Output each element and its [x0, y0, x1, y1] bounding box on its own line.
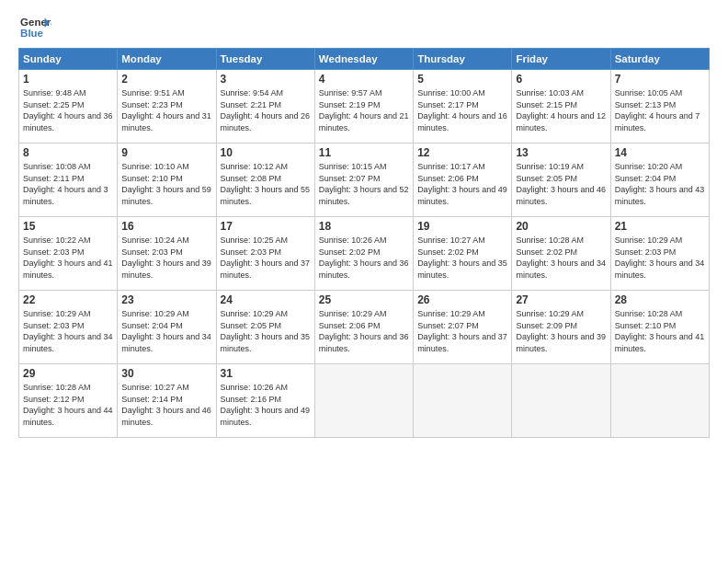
day-number: 2: [121, 73, 211, 86]
calendar-cell: [512, 364, 610, 438]
calendar-cell: 26Sunrise: 10:29 AMSunset: 2:07 PMDaylig…: [414, 291, 512, 364]
day-info: Sunrise: 9:48 AMSunset: 2:25 PMDaylight:…: [23, 87, 113, 133]
calendar-cell: 10Sunrise: 10:12 AMSunset: 2:08 PMDaylig…: [216, 144, 314, 217]
calendar-day-header: Sunday: [19, 49, 118, 70]
day-number: 8: [23, 146, 113, 159]
calendar-cell: [314, 364, 413, 438]
calendar-cell: 22Sunrise: 10:29 AMSunset: 2:03 PMDaylig…: [19, 291, 118, 364]
calendar-week-row: 1Sunrise: 9:48 AMSunset: 2:25 PMDaylight…: [19, 70, 710, 144]
calendar-day-header: Wednesday: [314, 49, 413, 70]
day-info: Sunrise: 10:29 AMSunset: 2:06 PMDaylight…: [319, 308, 409, 354]
day-info: Sunrise: 9:57 AMSunset: 2:19 PMDaylight:…: [319, 87, 409, 133]
calendar-header-row: SundayMondayTuesdayWednesdayThursdayFrid…: [19, 49, 710, 70]
svg-text:Blue: Blue: [20, 28, 43, 39]
calendar-cell: 24Sunrise: 10:29 AMSunset: 2:05 PMDaylig…: [216, 291, 314, 364]
day-info: Sunrise: 10:29 AMSunset: 2:03 PMDaylight…: [615, 235, 705, 281]
calendar-cell: 23Sunrise: 10:29 AMSunset: 2:04 PMDaylig…: [118, 291, 216, 364]
calendar-cell: 29Sunrise: 10:28 AMSunset: 2:12 PMDaylig…: [19, 364, 118, 438]
calendar-cell: 19Sunrise: 10:27 AMSunset: 2:02 PMDaylig…: [414, 217, 512, 291]
day-info: Sunrise: 10:27 AMSunset: 2:14 PMDaylight…: [121, 382, 211, 428]
calendar-week-row: 15Sunrise: 10:22 AMSunset: 2:03 PMDaylig…: [19, 217, 710, 291]
day-number: 27: [516, 293, 606, 306]
day-info: Sunrise: 10:28 AMSunset: 2:02 PMDaylight…: [516, 235, 606, 281]
day-number: 5: [417, 73, 507, 86]
day-number: 26: [417, 293, 507, 306]
calendar-cell: 31Sunrise: 10:26 AMSunset: 2:16 PMDaylig…: [216, 364, 314, 438]
day-number: 14: [615, 146, 705, 159]
day-info: Sunrise: 10:26 AMSunset: 2:16 PMDaylight…: [221, 382, 311, 428]
day-info: Sunrise: 10:10 AMSunset: 2:10 PMDaylight…: [121, 161, 211, 207]
calendar-cell: 11Sunrise: 10:15 AMSunset: 2:07 PMDaylig…: [314, 144, 413, 217]
day-number: 17: [221, 220, 311, 233]
calendar-day-header: Tuesday: [216, 49, 314, 70]
header: General Blue: [18, 15, 710, 42]
calendar-cell: 30Sunrise: 10:27 AMSunset: 2:14 PMDaylig…: [118, 364, 216, 438]
day-number: 6: [516, 73, 606, 86]
day-number: 7: [615, 73, 705, 86]
day-info: Sunrise: 10:28 AMSunset: 2:12 PMDaylight…: [23, 382, 113, 428]
calendar-cell: 1Sunrise: 9:48 AMSunset: 2:25 PMDaylight…: [19, 70, 118, 144]
day-number: 4: [319, 73, 409, 86]
logo-icon: General Blue: [18, 15, 51, 42]
day-info: Sunrise: 10:17 AMSunset: 2:06 PMDaylight…: [417, 161, 507, 207]
calendar-cell: 9Sunrise: 10:10 AMSunset: 2:10 PMDayligh…: [118, 144, 216, 217]
day-info: Sunrise: 10:03 AMSunset: 2:15 PMDaylight…: [516, 87, 606, 133]
day-number: 13: [516, 146, 606, 159]
calendar-week-row: 22Sunrise: 10:29 AMSunset: 2:03 PMDaylig…: [19, 291, 710, 364]
day-number: 23: [121, 293, 211, 306]
calendar-cell: 2Sunrise: 9:51 AMSunset: 2:23 PMDaylight…: [118, 70, 216, 144]
calendar-cell: 27Sunrise: 10:29 AMSunset: 2:09 PMDaylig…: [512, 291, 610, 364]
calendar-cell: 7Sunrise: 10:05 AMSunset: 2:13 PMDayligh…: [610, 70, 709, 144]
day-info: Sunrise: 10:28 AMSunset: 2:10 PMDaylight…: [615, 308, 705, 354]
calendar-cell: 18Sunrise: 10:26 AMSunset: 2:02 PMDaylig…: [314, 217, 413, 291]
calendar-cell: [610, 364, 709, 438]
day-number: 15: [23, 220, 113, 233]
calendar-day-header: Monday: [118, 49, 216, 70]
calendar-cell: 20Sunrise: 10:28 AMSunset: 2:02 PMDaylig…: [512, 217, 610, 291]
day-info: Sunrise: 10:12 AMSunset: 2:08 PMDaylight…: [221, 161, 311, 207]
calendar-cell: 13Sunrise: 10:19 AMSunset: 2:05 PMDaylig…: [512, 144, 610, 217]
day-number: 31: [221, 367, 311, 380]
calendar-week-row: 8Sunrise: 10:08 AMSunset: 2:11 PMDayligh…: [19, 144, 710, 217]
calendar-day-header: Saturday: [610, 49, 709, 70]
day-number: 25: [319, 293, 409, 306]
day-number: 11: [319, 146, 409, 159]
calendar-cell: 16Sunrise: 10:24 AMSunset: 2:03 PMDaylig…: [118, 217, 216, 291]
calendar-cell: 15Sunrise: 10:22 AMSunset: 2:03 PMDaylig…: [19, 217, 118, 291]
calendar-day-header: Thursday: [414, 49, 512, 70]
calendar-cell: 3Sunrise: 9:54 AMSunset: 2:21 PMDaylight…: [216, 70, 314, 144]
day-number: 28: [615, 293, 705, 306]
day-info: Sunrise: 10:05 AMSunset: 2:13 PMDaylight…: [615, 87, 705, 133]
calendar-cell: 4Sunrise: 9:57 AMSunset: 2:19 PMDaylight…: [314, 70, 413, 144]
calendar-cell: 8Sunrise: 10:08 AMSunset: 2:11 PMDayligh…: [19, 144, 118, 217]
calendar-week-row: 29Sunrise: 10:28 AMSunset: 2:12 PMDaylig…: [19, 364, 710, 438]
calendar-cell: [414, 364, 512, 438]
day-number: 19: [417, 220, 507, 233]
day-info: Sunrise: 9:54 AMSunset: 2:21 PMDaylight:…: [221, 87, 311, 133]
day-info: Sunrise: 9:51 AMSunset: 2:23 PMDaylight:…: [121, 87, 211, 133]
logo: General Blue: [18, 15, 55, 42]
day-info: Sunrise: 10:29 AMSunset: 2:03 PMDaylight…: [23, 308, 113, 354]
calendar-cell: 25Sunrise: 10:29 AMSunset: 2:06 PMDaylig…: [314, 291, 413, 364]
day-info: Sunrise: 10:29 AMSunset: 2:07 PMDaylight…: [417, 308, 507, 354]
day-info: Sunrise: 10:08 AMSunset: 2:11 PMDaylight…: [23, 161, 113, 207]
day-number: 21: [615, 220, 705, 233]
day-number: 9: [121, 146, 211, 159]
day-info: Sunrise: 10:25 AMSunset: 2:03 PMDaylight…: [221, 235, 311, 281]
day-number: 1: [23, 73, 113, 86]
day-number: 10: [221, 146, 311, 159]
calendar-cell: 14Sunrise: 10:20 AMSunset: 2:04 PMDaylig…: [610, 144, 709, 217]
page: General Blue SundayMondayTuesdayWednesda…: [0, 0, 728, 563]
day-number: 24: [221, 293, 311, 306]
day-info: Sunrise: 10:29 AMSunset: 2:09 PMDaylight…: [516, 308, 606, 354]
calendar-cell: 6Sunrise: 10:03 AMSunset: 2:15 PMDayligh…: [512, 70, 610, 144]
day-info: Sunrise: 10:29 AMSunset: 2:05 PMDaylight…: [221, 308, 311, 354]
day-number: 16: [121, 220, 211, 233]
calendar-day-header: Friday: [512, 49, 610, 70]
day-info: Sunrise: 10:27 AMSunset: 2:02 PMDaylight…: [417, 235, 507, 281]
day-number: 20: [516, 220, 606, 233]
day-info: Sunrise: 10:00 AMSunset: 2:17 PMDaylight…: [417, 87, 507, 133]
day-number: 3: [221, 73, 311, 86]
calendar-cell: 28Sunrise: 10:28 AMSunset: 2:10 PMDaylig…: [610, 291, 709, 364]
day-info: Sunrise: 10:22 AMSunset: 2:03 PMDaylight…: [23, 235, 113, 281]
